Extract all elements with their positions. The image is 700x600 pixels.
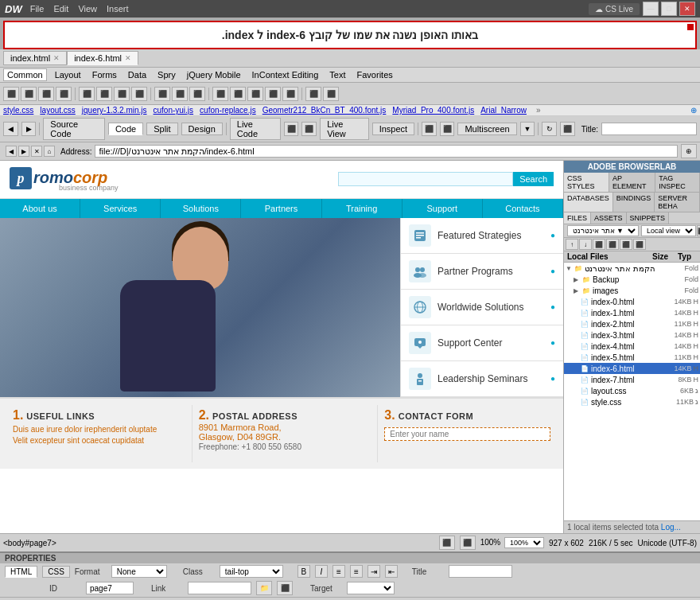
src-myriad[interactable]: Myriad_Pro_400.font.js: [392, 106, 474, 115]
toolbar-btn-5[interactable]: ⬛: [79, 87, 95, 101]
menu-edit[interactable]: Edit: [53, 4, 68, 14]
minimize-button[interactable]: —: [643, 2, 659, 16]
footer-link-2[interactable]: Velit excepteur sint ocaecat cupidatat: [13, 436, 179, 445]
file-item-images[interactable]: ▶ 📁 images Fold: [564, 285, 700, 296]
files-upload-btn[interactable]: ↑: [566, 239, 578, 250]
nav-services[interactable]: Services: [80, 199, 161, 218]
toolbar-tab-layout[interactable]: Layout: [52, 69, 84, 80]
design-btn[interactable]: Design: [181, 123, 223, 135]
src-geometr[interactable]: Geometr212_BkCn_BT_400.font.js: [262, 106, 387, 115]
file-item-layout-css[interactable]: 📄 layout.css 6KB ג: [564, 385, 700, 396]
live-view-btn[interactable]: Live View: [320, 118, 369, 140]
code-btn[interactable]: Code: [108, 123, 143, 135]
toolbar-tab-spry[interactable]: Spry: [154, 69, 179, 80]
props-target-select[interactable]: [347, 582, 395, 594]
toolbar-btn-14[interactable]: ⬛: [247, 87, 263, 101]
panel-tab-assets[interactable]: ASSETS: [591, 212, 627, 224]
toolbar-btn-18[interactable]: ⬛: [323, 87, 339, 101]
refresh-btn[interactable]: ↻: [542, 122, 557, 136]
nav-partners[interactable]: Partners: [241, 199, 321, 218]
toolbar-btn-4[interactable]: ⬛: [56, 87, 72, 101]
file-item-root[interactable]: ▼ 📁 הקמת אתר אינטרנט Fold: [564, 263, 700, 274]
toolbar-tab-favorites[interactable]: Favorites: [354, 69, 396, 80]
file-item-index0[interactable]: 📄 index-0.html 14KB H: [564, 296, 700, 307]
props-class-select[interactable]: tail-top: [220, 565, 283, 578]
file-item-index7[interactable]: 📄 index-7.html 8KB H: [564, 374, 700, 385]
panel-tab-databases[interactable]: DATABASES: [564, 193, 613, 212]
live-code-icon[interactable]: ⬛: [284, 122, 299, 136]
status-icon-2[interactable]: ⬛: [460, 536, 476, 550]
zoom-btn[interactable]: ⬛: [422, 122, 437, 136]
props-outdent-btn[interactable]: ⇤: [385, 565, 398, 578]
file-item-backup[interactable]: ▶ 📁 Backup Fold: [564, 274, 700, 285]
files-log-btn[interactable]: Log...: [661, 523, 681, 532]
sidebar-partner-programs[interactable]: Partner Programs ●: [401, 254, 563, 290]
src-layout-css[interactable]: layout.css: [40, 106, 75, 115]
panel-tab-css-styles[interactable]: CSS STYLES: [564, 173, 609, 192]
src-arrows[interactable]: »: [536, 106, 541, 115]
nav-training[interactable]: Training: [322, 199, 402, 218]
files-checkout-btn[interactable]: ⬛: [633, 239, 646, 250]
toolbar-btn-15[interactable]: ⬛: [265, 87, 281, 101]
toolbar-btn-8[interactable]: ⬛: [131, 87, 147, 101]
sidebar-featured-strategies[interactable]: Featured Strategies ●: [401, 218, 563, 254]
search-button[interactable]: Search: [513, 172, 554, 186]
nav-back[interactable]: ◀: [6, 146, 17, 157]
toolbar-btn-6[interactable]: ⬛: [96, 87, 112, 101]
files-checkin-btn[interactable]: ⬛: [620, 239, 632, 250]
file-item-index4[interactable]: 📄 index-4.html 14KB H: [564, 341, 700, 352]
back-btn[interactable]: ◀: [3, 122, 18, 136]
src-style-css[interactable]: style.css: [3, 106, 33, 115]
split-btn[interactable]: Split: [146, 123, 177, 135]
props-link-browse[interactable]: 📁: [256, 581, 272, 595]
toolbar-btn-12[interactable]: ⬛: [212, 87, 228, 101]
toolbar-btn-11[interactable]: ⬛: [189, 87, 205, 101]
src-arial[interactable]: Arial_Narrow: [480, 106, 527, 115]
toolbar-tab-incontext[interactable]: InContext Editing: [249, 69, 322, 80]
file-item-style-css[interactable]: 📄 style.css 11KB ג: [564, 396, 700, 407]
props-css-btn[interactable]: CSS: [42, 566, 70, 578]
props-title-input[interactable]: [449, 565, 512, 578]
menu-file[interactable]: File: [30, 4, 45, 14]
panel-tab-snippets[interactable]: SNIPPETS: [627, 212, 670, 224]
toolbar-tab-jquery[interactable]: jQuery Mobile: [184, 69, 244, 80]
toolbar-btn-2[interactable]: ⬛: [21, 87, 37, 101]
tab-index6-html[interactable]: index-6.html ✕: [67, 51, 138, 65]
src-jquery[interactable]: jquery-1.3.2.min.js: [82, 106, 147, 115]
src-cufon-yui[interactable]: cufon-yui.js: [154, 106, 194, 115]
props-bold-btn[interactable]: B: [298, 565, 310, 578]
tab-close-icon[interactable]: ✕: [53, 54, 60, 62]
file-item-index3[interactable]: 📄 index-3.html 14KB H: [564, 329, 700, 341]
file-item-index5[interactable]: 📄 index-5.html 11KB H: [564, 352, 700, 363]
toolbar-btn-7[interactable]: ⬛: [114, 87, 130, 101]
toolbar-tab-text[interactable]: Text: [326, 69, 348, 80]
cs-live-button[interactable]: ☁ CS Live: [589, 3, 640, 15]
props-ol-btn[interactable]: ≡: [350, 565, 363, 578]
files-sync-btn[interactable]: ⬛: [593, 239, 605, 250]
props-html-btn[interactable]: HTML: [5, 566, 37, 578]
scroll-right-btn[interactable]: ▶: [552, 533, 563, 534]
files-connect-btn[interactable]: ⬛: [697, 225, 700, 236]
panel-tab-ap-element[interactable]: AP ELEMENT: [609, 173, 655, 192]
maximize-button[interactable]: □: [661, 2, 677, 16]
src-cufon-replace[interactable]: cufon-replace.js: [200, 106, 256, 115]
device-btn[interactable]: ⬛: [440, 122, 455, 136]
toolbar-btn-10[interactable]: ⬛: [172, 87, 188, 101]
search-input[interactable]: [338, 172, 513, 186]
address-input[interactable]: [95, 145, 678, 158]
nav-solutions[interactable]: Solutions: [161, 199, 241, 218]
file-item-index2[interactable]: 📄 index-2.html 11KB H: [564, 318, 700, 329]
inspect-btn[interactable]: Inspect: [372, 123, 414, 135]
status-icon-1[interactable]: ⬛: [439, 536, 455, 550]
title-input[interactable]: [601, 123, 697, 135]
panel-tab-files[interactable]: FILES: [564, 212, 591, 224]
nav-support[interactable]: Support: [402, 199, 483, 218]
toolbar-btn-3[interactable]: ⬛: [38, 87, 54, 101]
nav-stop[interactable]: ✕: [31, 146, 42, 157]
props-link-icon[interactable]: ⬛: [277, 581, 293, 595]
toolbar-btn-1[interactable]: ⬛: [3, 87, 19, 101]
props-link-input[interactable]: [188, 582, 251, 594]
file-item-index1[interactable]: 📄 index-1.html 14KB H: [564, 307, 700, 318]
props-indent-btn[interactable]: ⇥: [368, 565, 380, 578]
source-code-btn[interactable]: Source Code: [43, 118, 105, 140]
